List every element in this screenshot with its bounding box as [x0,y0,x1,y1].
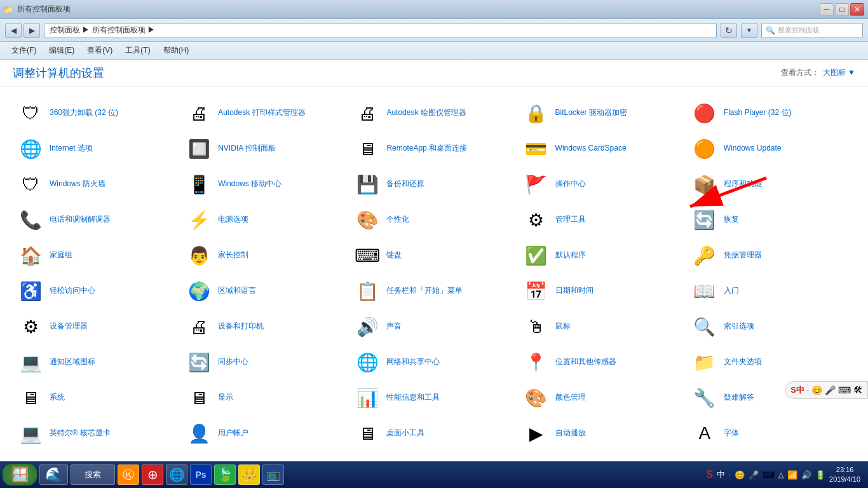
icon-item-17[interactable]: 🎨个性化 [349,203,518,236]
icon-item-34[interactable]: 🔍索引选项 [687,310,855,343]
icon-label-29: 入门 [724,286,739,296]
icon-label-49: 字体 [724,428,739,438]
titlebar-controls: ─ □ ✕ [820,3,864,16]
icon-item-2[interactable]: 🖨Autodesk 绘图仪管理器 [349,97,518,130]
icon-item-24[interactable]: 🔑凭据管理器 [687,239,855,272]
icon-item-40[interactable]: 🖥系统 [13,381,181,414]
icon-item-7[interactable]: 🖥RemoteApp 和桌面连接 [349,132,518,165]
search-box[interactable]: 🔍 搜索控制面板 [761,23,863,38]
icon-item-48[interactable]: ▶自动播放 [519,417,687,450]
icon-item-33[interactable]: 🖱鼠标 [519,310,687,343]
icon-label-11: Windows 移动中心 [218,179,281,189]
icon-item-31[interactable]: 🖨设备和打印机 [181,310,349,343]
forward-button[interactable]: ▶ [24,23,40,38]
icon-item-10[interactable]: 🛡Windows 防火墙 [13,168,181,201]
icon-item-6[interactable]: 🔲NVIDIA 控制面板 [181,132,349,165]
refresh-button[interactable]: ↻ [721,23,737,38]
icon-item-37[interactable]: 🌐网络和共享中心 [349,346,518,379]
view-current[interactable]: 大图标 ▼ [823,67,855,78]
icon-item-9[interactable]: 🟠Windows Update [687,132,855,165]
icon-label-22: 键盘 [386,250,402,261]
menu-help[interactable]: 帮助(H) [158,44,194,57]
icon-item-26[interactable]: 🌍区域和语言 [181,274,349,308]
icon-item-16[interactable]: ⚡电源选项 [181,203,349,236]
taskbar-app-green[interactable]: 🍃 [214,464,236,485]
taskbar-app-k[interactable]: Ⓚ [118,464,139,485]
icon-item-15[interactable]: 📞电话和调制解调器 [13,203,181,236]
taskbar-app-red[interactable]: ⊕ [142,464,163,485]
taskbar-app-waves[interactable]: 🌊 [39,464,68,485]
tray-arrow-icon[interactable]: △ [778,471,783,479]
icon-item-35[interactable]: 💻通知区域图标 [13,346,181,379]
taskbar-app-search[interactable]: 搜索 [71,464,115,485]
icon-item-49[interactable]: A字体 [687,417,855,450]
icon-label-35: 通知区域图标 [50,357,95,367]
dropdown-button[interactable]: ▼ [741,23,757,38]
tray-clock[interactable]: 23:16 2019/4/10 [829,465,860,485]
icon-img-39: 📁 [692,349,717,375]
icon-img-20: 🏠 [18,243,43,268]
icon-item-47[interactable]: 🖥桌面小工具 [349,417,518,450]
taskbar-app-monitor[interactable]: 📺 [262,464,284,485]
icon-item-43[interactable]: 🎨颜色管理 [519,381,687,414]
icon-item-39[interactable]: 📁文件夹选项 [687,346,855,379]
icon-item-19[interactable]: 🔄恢复 [687,203,855,236]
icon-item-21[interactable]: 👨家长控制 [181,239,349,272]
icon-item-46[interactable]: 👤用户帐户 [181,417,349,450]
icon-item-4[interactable]: 🔴Flash Player (32 位) [687,97,855,130]
address-path[interactable]: 控制面板 ▶ 所有控制面板项 ▶ [44,23,717,38]
icon-label-43: 颜色管理 [555,393,586,403]
icon-item-20[interactable]: 🏠家庭组 [13,239,181,272]
icon-img-26: 🌍 [186,278,212,304]
icon-label-41: 显示 [218,393,233,403]
minimize-button[interactable]: ─ [820,3,834,16]
icon-item-23[interactable]: ✅默认程序 [519,239,687,272]
icon-item-8[interactable]: 💳Windows CardSpace [519,132,687,165]
icon-item-0[interactable]: 🛡360强力卸载 (32 位) [13,97,181,130]
icon-item-27[interactable]: 📋任务栏和「开始」菜单 [349,274,518,308]
menu-file[interactable]: 文件(F) [6,44,41,57]
icon-img-10: 🛡 [18,172,43,197]
icon-item-13[interactable]: 🚩操作中心 [519,168,687,201]
taskbar-app-ps[interactable]: Ps [190,464,212,485]
icon-item-5[interactable]: 🌐Internet 选项 [13,132,181,165]
icon-label-27: 任务栏和「开始」菜单 [386,286,463,296]
start-button[interactable]: 🪟 [3,464,37,485]
icon-img-47: 🖥 [355,421,380,446]
icon-item-42[interactable]: 📊性能信息和工具 [349,381,518,414]
icon-item-32[interactable]: 🔊声音 [349,310,518,343]
icon-img-18: ⚙ [524,207,549,233]
menu-tools[interactable]: 工具(T) [120,44,155,57]
icon-item-22[interactable]: ⌨键盘 [349,239,518,272]
icon-item-36[interactable]: 🔄同步中心 [181,346,349,379]
taskbar-app-qq[interactable]: 👑 [238,464,260,485]
icon-item-30[interactable]: ⚙设备管理器 [13,310,181,343]
icon-img-8: 💳 [524,136,549,161]
menu-view[interactable]: 查看(V) [82,44,118,57]
icon-item-29[interactable]: 📖入门 [687,274,855,308]
icon-item-11[interactable]: 📱Windows 移动中心 [181,168,349,201]
icon-label-28: 日期和时间 [555,286,593,296]
icon-item-25[interactable]: ♿轻松访问中心 [13,274,181,308]
taskbar-app-chrome[interactable]: 🌐 [166,464,187,485]
icon-img-16: ⚡ [186,207,212,233]
icon-item-1[interactable]: 🖨Autodesk 打印样式管理器 [181,97,349,130]
icon-item-38[interactable]: 📍位置和其他传感器 [519,346,687,379]
icon-item-14[interactable]: 📦程序和功能 [687,168,855,201]
icon-item-28[interactable]: 📅日期和时间 [519,274,687,308]
icon-item-41[interactable]: 🖥显示 [181,381,349,414]
menu-edit[interactable]: 编辑(E) [44,44,79,57]
icon-img-43: 🎨 [524,385,549,410]
icon-item-18[interactable]: ⚙管理工具 [519,203,687,236]
icon-item-3[interactable]: 🔒BitLocker 驱动器加密 [519,97,687,130]
icon-item-45[interactable]: 💻英特尔® 核芯显卡 [13,417,181,450]
sogou-toolbar[interactable]: S中 · 😊 🎤 ⌨ 🛠 [785,381,868,399]
icon-img-2: 🖨 [355,100,380,126]
back-button[interactable]: ◀ [5,23,22,38]
maximize-button[interactable]: □ [835,3,849,16]
close-button[interactable]: ✕ [850,3,864,16]
icon-img-46: 👤 [186,421,212,446]
icon-label-19: 恢复 [724,215,739,225]
icon-item-12[interactable]: 💾备份和还原 [349,168,518,201]
icon-img-3: 🔒 [524,100,549,126]
